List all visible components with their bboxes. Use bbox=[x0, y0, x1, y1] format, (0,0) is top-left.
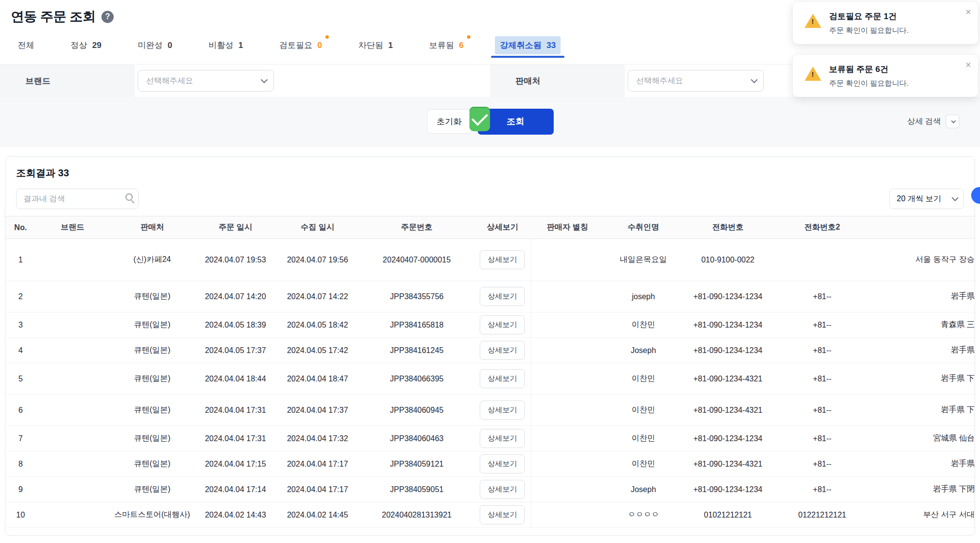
cell-seller-alias bbox=[531, 281, 604, 312]
cell-no: 9 bbox=[5, 477, 36, 502]
col-phone2: 전화번호2 bbox=[773, 216, 871, 239]
cell-phone2: +81-- bbox=[773, 395, 871, 426]
detail-button[interactable]: 상세보기 bbox=[480, 369, 525, 388]
cell-phone2: +81-- bbox=[773, 477, 871, 502]
page-size-value: 20 개씩 보기 bbox=[897, 194, 941, 204]
detail-search-chevron-box[interactable] bbox=[946, 115, 959, 128]
seller-select-value: 선택해주세요 bbox=[636, 76, 683, 86]
cell-order-number: 2024040281313921 bbox=[359, 502, 474, 528]
cell-brand bbox=[36, 312, 109, 338]
cell-seller: 큐텐(일본) bbox=[109, 312, 195, 338]
detail-button[interactable]: 상세보기 bbox=[480, 480, 525, 499]
first-page-button[interactable]: « bbox=[438, 535, 443, 536]
col-phone: 전화번호 bbox=[683, 216, 773, 239]
detail-button[interactable]: 상세보기 bbox=[480, 401, 525, 420]
tab-on-hold[interactable]: 보류됨 6 bbox=[424, 36, 468, 54]
tab-normal[interactable]: 정상 29 bbox=[66, 36, 106, 54]
results-search bbox=[16, 189, 139, 209]
cell-address: 青森県 三 bbox=[871, 312, 975, 338]
cell-order-number: JPP384060945 bbox=[359, 395, 474, 426]
page-button-2[interactable]: 2 bbox=[497, 534, 505, 536]
cell-address: 岩手県 下 bbox=[871, 395, 975, 426]
cell-recipient: Joseph bbox=[604, 477, 683, 502]
last-page-button[interactable]: » bbox=[537, 535, 542, 536]
cell-order-number: 20240407-0000015 bbox=[359, 239, 474, 281]
cell-order-number: JPP384059051 bbox=[359, 477, 474, 502]
brand-select[interactable]: 선택해주세요 bbox=[138, 70, 274, 92]
detail-button[interactable]: 상세보기 bbox=[480, 250, 525, 269]
results-toolbar: 20 개씩 보기 bbox=[5, 180, 975, 216]
cell-phone: +81-090-1234-1234 bbox=[683, 426, 773, 451]
cell-no: 7 bbox=[5, 426, 36, 451]
cell-phone2: +81-- bbox=[773, 281, 871, 312]
brand-filter-label: 브랜드 bbox=[0, 65, 135, 97]
cell-no: 8 bbox=[5, 451, 36, 477]
seller-filter-label: 판매처 bbox=[490, 65, 625, 97]
col-no: No. bbox=[5, 216, 36, 239]
col-seller-alias: 판매자 별칭 bbox=[531, 216, 604, 239]
cell-brand bbox=[36, 338, 109, 363]
cell-collect-date: 2024.04.07 19:56 bbox=[276, 239, 359, 281]
prev-page-button[interactable]: ‹ bbox=[458, 535, 461, 536]
cell-no: 6 bbox=[5, 395, 36, 426]
cell-phone: +81-090-1234-4321 bbox=[683, 395, 773, 426]
cell-address: 岩手県 下 bbox=[871, 363, 975, 395]
close-icon[interactable]: × bbox=[965, 7, 971, 17]
detail-button[interactable]: 상세보기 bbox=[480, 341, 525, 360]
table-row: 3 큐텐(일본) 2024.04.05 18:39 2024.04.05 18:… bbox=[5, 312, 975, 338]
tab-force-cancelled[interactable]: 강제취소됨 33 bbox=[495, 36, 561, 54]
col-order-number: 주문번호 bbox=[359, 216, 474, 239]
tab-review-needed[interactable]: 검토필요 0 bbox=[274, 36, 327, 54]
cell-collect-date: 2024.04.02 14:45 bbox=[276, 502, 359, 528]
tab-all[interactable]: 전체 bbox=[13, 36, 39, 54]
tab-label: 미완성 bbox=[138, 40, 163, 51]
col-collect-date: 수집 일시 bbox=[276, 216, 359, 239]
cell-seller: 큐텐(일본) bbox=[109, 451, 195, 477]
tab-count: 1 bbox=[238, 41, 243, 50]
orders-table: No. 브랜드 판매처 주문 일시 수집 일시 주문번호 상세보기 판매자 별칭… bbox=[5, 216, 975, 528]
cell-brand bbox=[36, 502, 109, 528]
tab-label: 전체 bbox=[18, 40, 34, 51]
cell-brand bbox=[36, 395, 109, 426]
cell-seller-alias bbox=[531, 451, 604, 477]
tab-count: 0 bbox=[318, 41, 322, 50]
detail-button[interactable]: 상세보기 bbox=[480, 505, 525, 524]
detail-button[interactable]: 상세보기 bbox=[480, 315, 525, 334]
tab-count: 6 bbox=[459, 41, 464, 50]
cell-phone: +81-090-1234-1234 bbox=[683, 477, 773, 502]
tab-label: 차단됨 bbox=[358, 40, 383, 51]
page-button-1[interactable]: 1 bbox=[475, 534, 483, 536]
click-check-icon bbox=[469, 107, 490, 131]
cell-address: 岩手県 下閉 bbox=[871, 477, 975, 502]
cell-recipient: 내일은목요일 bbox=[604, 239, 683, 281]
order-inquiry-page: 연동 주문 조회 ? 전체 정상 29 미완성 0 비활성 1 검토필요 0 차… bbox=[0, 0, 980, 543]
detail-search-toggle[interactable]: 상세 검색 bbox=[907, 115, 959, 128]
detail-button[interactable]: 상세보기 bbox=[480, 287, 525, 306]
cell-order-number: JPP384165818 bbox=[359, 312, 474, 338]
seller-select[interactable]: 선택해주세요 bbox=[628, 70, 764, 92]
search-icon bbox=[125, 193, 133, 201]
cell-address: 岩手県 bbox=[871, 338, 975, 363]
reset-button[interactable]: 초기화 bbox=[427, 109, 472, 134]
results-search-input[interactable] bbox=[16, 189, 139, 209]
table-row: 4 큐텐(일본) 2024.04.05 17:37 2024.04.05 17:… bbox=[5, 338, 975, 363]
next-page-button[interactable]: › bbox=[519, 535, 523, 536]
tab-inactive[interactable]: 비활성 1 bbox=[203, 36, 247, 54]
page-size-select[interactable]: 20 개씩 보기 bbox=[889, 189, 964, 209]
cell-recipient: Joseph bbox=[604, 338, 683, 363]
close-icon[interactable]: × bbox=[965, 60, 971, 70]
detail-search-label: 상세 검색 bbox=[907, 117, 941, 127]
page-title: 연동 주문 조회 bbox=[11, 8, 96, 25]
tab-blocked[interactable]: 차단됨 1 bbox=[353, 36, 397, 54]
tab-incomplete[interactable]: 미완성 0 bbox=[133, 36, 177, 54]
cell-order-date: 2024.04.04 17:31 bbox=[195, 395, 276, 426]
table-row: 9 큐텐(일본) 2024.04.04 17:14 2024.04.04 17:… bbox=[5, 477, 975, 502]
detail-button[interactable]: 상세보기 bbox=[480, 429, 525, 448]
cell-seller: 큐텐(일본) bbox=[109, 426, 195, 451]
cell-brand bbox=[36, 451, 109, 477]
cell-seller-alias bbox=[531, 502, 604, 528]
cell-order-date: 2024.04.05 17:37 bbox=[195, 338, 276, 363]
pagination: « ‹ 1 2 › » bbox=[5, 528, 975, 536]
help-icon[interactable]: ? bbox=[101, 11, 114, 23]
detail-button[interactable]: 상세보기 bbox=[480, 454, 525, 473]
